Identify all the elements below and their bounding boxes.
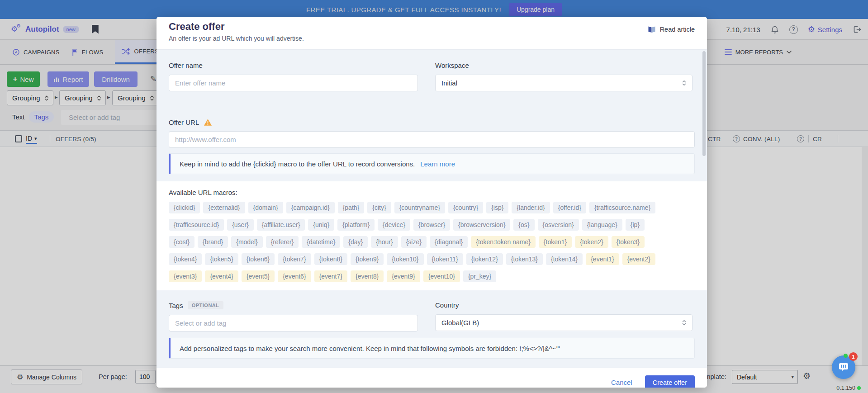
- macro-chip[interactable]: {event3}: [169, 270, 202, 282]
- macro-chip[interactable]: {path}: [338, 202, 365, 213]
- macro-chip[interactable]: {event5}: [242, 270, 275, 282]
- macro-chip[interactable]: {token13}: [506, 253, 543, 265]
- workspace-select[interactable]: Initial: [435, 75, 693, 91]
- macro-chip[interactable]: {device}: [378, 219, 410, 231]
- country-label: Country: [435, 301, 693, 309]
- modal-header: Create offer An offer is your ad URL whi…: [157, 17, 707, 50]
- macro-chip[interactable]: {size}: [401, 236, 427, 248]
- macro-chip[interactable]: {domain}: [248, 202, 283, 213]
- macro-chip[interactable]: {token14}: [546, 253, 583, 265]
- optional-badge: OPTIONAL: [188, 301, 223, 309]
- offer-name-input[interactable]: [169, 75, 418, 91]
- modal-scrollbar[interactable]: [702, 51, 706, 156]
- chat-widget-button[interactable]: 1: [832, 355, 855, 379]
- macro-chip[interactable]: {isp}: [486, 202, 508, 213]
- offer-url-label-row: Offer URL: [169, 118, 695, 126]
- macro-chip[interactable]: {language}: [582, 219, 622, 231]
- modal-footer: Cancel Create offer: [157, 368, 707, 388]
- macro-chip[interactable]: {country}: [448, 202, 483, 213]
- macro-chip[interactable]: {token11}: [427, 253, 463, 265]
- app-version: 0.1.150: [836, 385, 861, 391]
- macro-chip[interactable]: {uniq}: [308, 219, 334, 231]
- macro-chip[interactable]: {token1}: [539, 236, 572, 248]
- read-article-link[interactable]: Read article: [647, 26, 695, 33]
- macro-chip[interactable]: {event10}: [423, 270, 460, 282]
- macro-chip[interactable]: {pr_key}: [463, 270, 496, 282]
- learn-more-link[interactable]: Learn more: [420, 160, 455, 168]
- modal-title: Create offer: [169, 21, 695, 33]
- macro-chip[interactable]: {datetime}: [302, 236, 340, 248]
- macro-chip[interactable]: {campaign.id}: [286, 202, 335, 213]
- macro-chip[interactable]: {affiliate.user}: [257, 219, 305, 231]
- tags-input[interactable]: [169, 315, 418, 331]
- macro-chip[interactable]: {model}: [231, 236, 262, 248]
- macro-chip[interactable]: {os}: [513, 219, 534, 231]
- macro-chip[interactable]: {event1}: [586, 253, 619, 265]
- macro-chip[interactable]: {trafficsource.id}: [169, 219, 224, 231]
- macro-chip[interactable]: {clickid}: [169, 202, 200, 213]
- macro-chip[interactable]: {offer.id}: [553, 202, 586, 213]
- macro-chip[interactable]: {city}: [367, 202, 391, 213]
- macro-chip[interactable]: {event8}: [351, 270, 384, 282]
- macro-chip[interactable]: {cost}: [169, 236, 194, 248]
- macro-chip[interactable]: {event7}: [314, 270, 347, 282]
- macro-chip[interactable]: {token8}: [314, 253, 347, 265]
- macro-chip-row: {event3}{event4}{event5}{event6}{event7}…: [169, 270, 695, 282]
- macro-chip[interactable]: {token4}: [169, 253, 202, 265]
- macro-chip[interactable]: {browser}: [413, 219, 450, 231]
- macro-chip-row: {trafficsource.id}{user}{affiliate.user}…: [169, 219, 695, 231]
- online-status-dot: [844, 354, 848, 358]
- macro-rows: {clickid}{externalid}{domain}{campaign.i…: [169, 202, 695, 282]
- macro-chip[interactable]: {token12}: [466, 253, 503, 265]
- offer-name-label: Offer name: [169, 62, 418, 69]
- tags-note: Add personalized tags to make your searc…: [169, 338, 695, 359]
- macro-chip[interactable]: {token7}: [278, 253, 311, 265]
- modal-subtitle: An offer is your ad URL which you will a…: [169, 35, 695, 42]
- select-arrows-icon: [682, 319, 687, 326]
- macro-chip[interactable]: {event4}: [205, 270, 238, 282]
- macro-chip[interactable]: {trafficsource.name}: [589, 202, 655, 213]
- select-arrows-icon: [682, 80, 687, 86]
- create-offer-button[interactable]: Create offer: [645, 375, 695, 388]
- macro-chip[interactable]: {referer}: [266, 236, 299, 248]
- cancel-button[interactable]: Cancel: [611, 379, 632, 386]
- macro-chip[interactable]: {platform}: [337, 219, 375, 231]
- chat-icon: [838, 362, 849, 373]
- macro-chip[interactable]: {lander.id}: [512, 202, 550, 213]
- macro-chip[interactable]: {event2}: [622, 253, 655, 265]
- macro-chip-row: {clickid}{externalid}{domain}{campaign.i…: [169, 202, 695, 213]
- macro-chip[interactable]: {token3}: [612, 236, 645, 248]
- macro-chip[interactable]: {token9}: [351, 253, 384, 265]
- chat-unread-badge: 1: [849, 352, 858, 361]
- macros-heading: Available URL macros:: [169, 189, 695, 196]
- macro-chip[interactable]: {token:token name}: [471, 236, 536, 248]
- macro-chip[interactable]: {externalid}: [203, 202, 245, 213]
- app-window: FREE TRIAL. UPGRADE & GET FULL ACCESS IN…: [0, 0, 868, 393]
- macro-chip[interactable]: {token10}: [387, 253, 423, 265]
- offer-url-input[interactable]: [169, 131, 695, 148]
- macro-chip[interactable]: {brand}: [198, 236, 228, 248]
- macro-chip[interactable]: {osversion}: [538, 219, 579, 231]
- macro-chip[interactable]: {event6}: [278, 270, 311, 282]
- macro-chip[interactable]: {token6}: [242, 253, 275, 265]
- macro-chip[interactable]: {day}: [343, 236, 368, 248]
- macro-chip[interactable]: {event9}: [387, 270, 420, 282]
- book-icon: [647, 26, 656, 33]
- macro-chip[interactable]: {diagonal}: [430, 236, 468, 248]
- warning-icon: [204, 118, 212, 126]
- macro-chip[interactable]: {browserversion}: [453, 219, 510, 231]
- tags-country-section: Tags OPTIONAL Country Global(GLB) Add pe…: [157, 290, 707, 368]
- macro-chip[interactable]: {ip}: [626, 219, 645, 231]
- clickid-note: Keep in mind to add the {clickid} macro …: [169, 153, 695, 174]
- macro-chip[interactable]: {hour}: [371, 236, 398, 248]
- macro-chip[interactable]: {token5}: [205, 253, 238, 265]
- macro-chip[interactable]: {countryname}: [394, 202, 445, 213]
- macro-chip-row: {cost}{brand}{model}{referer}{datetime}{…: [169, 236, 695, 248]
- tags-label-row: Tags OPTIONAL: [169, 301, 418, 309]
- country-select[interactable]: Global(GLB): [435, 314, 693, 331]
- macro-chip[interactable]: {user}: [227, 219, 254, 231]
- macro-chip[interactable]: {token2}: [575, 236, 608, 248]
- macros-section: Available URL macros: {clickid}{external…: [157, 181, 707, 290]
- create-offer-modal: Create offer An offer is your ad URL whi…: [157, 17, 707, 388]
- macro-chip-row: {token4}{token5}{token6}{token7}{token8}…: [169, 253, 695, 265]
